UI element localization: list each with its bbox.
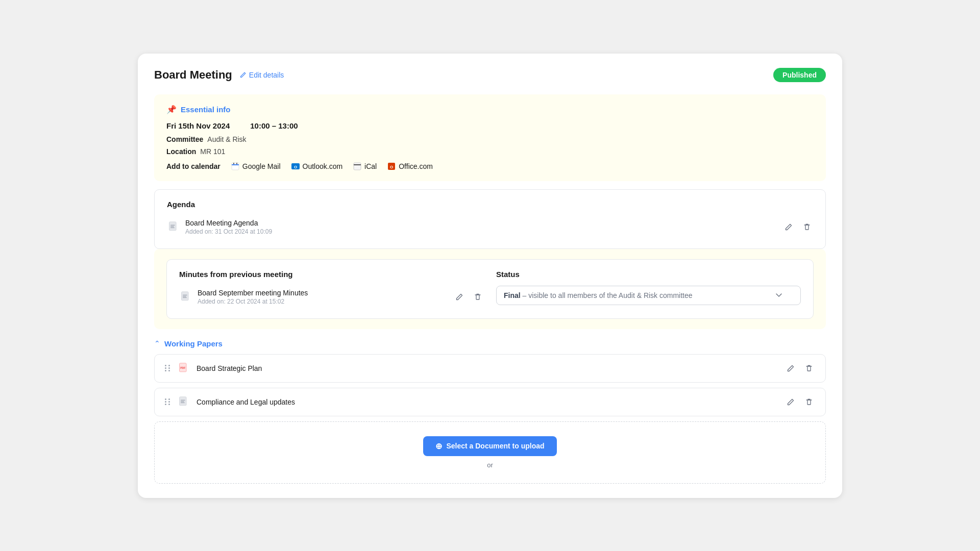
essential-info-section: 📌 Essential info Fri 15th Nov 2024 10:00… (154, 94, 826, 181)
published-badge: Published (773, 68, 826, 82)
agenda-doc-name: Board Meeting Agenda (185, 219, 272, 227)
minutes-title: Minutes from previous meeting (179, 270, 484, 279)
minutes-inner: Minutes from previous meeting (166, 259, 814, 319)
upload-button-label: Select a Document to upload (446, 442, 544, 450)
edit-details-label: Edit details (249, 71, 284, 79)
essential-info-title: Essential info (181, 105, 231, 114)
edit-icon (239, 71, 247, 79)
svg-rect-16 (183, 296, 186, 296)
chevron-down-icon (776, 293, 782, 297)
plus-circle-icon: ⊕ (435, 441, 442, 451)
agenda-delete-button[interactable] (801, 221, 813, 233)
minutes-doc-name: Board September meeting Minutes (198, 289, 308, 297)
agenda-doc-icon (167, 220, 180, 234)
committee-label: Committee (166, 135, 203, 143)
ical-link[interactable]: iCal (353, 162, 377, 171)
location-value: MR 101 (200, 147, 225, 156)
edit-details-link[interactable]: Edit details (239, 71, 284, 79)
committee-value: Audit & Risk (207, 135, 246, 143)
svg-rect-13 (170, 227, 175, 228)
page-title: Board Meeting (154, 68, 232, 82)
working-paper-name-2: Compliance and Legal updates (197, 398, 295, 406)
svg-rect-10 (169, 221, 177, 230)
agenda-document-row: Board Meeting Agenda Added on: 31 Oct 20… (167, 216, 813, 238)
status-dropdown-wrapper[interactable]: Final – visible to all members of the Au… (496, 286, 801, 305)
svg-text:PDF: PDF (180, 366, 185, 369)
or-text: or (169, 461, 811, 469)
svg-rect-21 (181, 399, 185, 400)
office-icon: O (387, 162, 396, 171)
svg-rect-12 (170, 226, 174, 227)
trash-icon (803, 223, 811, 231)
google-mail-label: Google Mail (242, 162, 281, 170)
svg-rect-14 (182, 291, 189, 300)
svg-text:O: O (293, 165, 297, 169)
pencil-icon (787, 364, 795, 372)
agenda-title: Agenda (167, 200, 813, 209)
meeting-time: 10:00 – 13:00 (250, 121, 298, 130)
status-select-display[interactable]: Final – visible to all members of the Au… (496, 286, 801, 305)
wp2-edit-button[interactable] (785, 396, 797, 408)
trash-icon (474, 293, 482, 301)
minutes-section: Minutes from previous meeting (154, 249, 826, 329)
svg-rect-23 (181, 402, 185, 403)
minutes-edit-button[interactable] (453, 291, 465, 303)
svg-rect-6 (354, 163, 361, 170)
working-papers-chevron[interactable]: ⌃ (154, 339, 160, 347)
pencil-icon (785, 223, 793, 231)
office-link[interactable]: O Office.com (387, 162, 433, 171)
svg-rect-17 (183, 297, 187, 297)
minutes-doc-icon (179, 290, 192, 304)
location-label: Location (166, 147, 196, 156)
agenda-doc-added: Added on: 31 Oct 2024 at 10:09 (185, 228, 272, 235)
working-paper-item-1: PDF Board Strategic Plan (154, 354, 826, 383)
status-final: Final (504, 291, 521, 299)
office-label: Office.com (399, 162, 433, 170)
doc-icon-2 (177, 395, 190, 409)
agenda-section: Agenda Board Meeting Agenda Added on: 31… (154, 189, 826, 249)
pin-icon: 📌 (166, 105, 177, 114)
svg-rect-2 (233, 163, 234, 164)
svg-rect-0 (232, 163, 239, 170)
trash-icon (805, 364, 813, 372)
wp2-delete-button[interactable] (803, 396, 815, 408)
add-to-calendar-label: Add to calendar (166, 162, 220, 170)
pencil-icon (787, 398, 795, 406)
minutes-document-row: Board September meeting Minutes Added on… (179, 286, 484, 308)
svg-rect-7 (354, 164, 361, 165)
minutes-doc-added: Added on: 22 Oct 2024 at 15:02 (198, 298, 308, 305)
outlook-icon: O (291, 162, 300, 171)
trash-icon (805, 398, 813, 406)
outlook-link[interactable]: O Outlook.com (291, 162, 343, 171)
wp1-edit-button[interactable] (785, 362, 797, 374)
drag-handle-1[interactable] (165, 365, 171, 371)
svg-rect-11 (170, 224, 175, 225)
svg-rect-3 (236, 163, 237, 164)
ical-icon (353, 162, 362, 171)
ical-label: iCal (364, 162, 377, 170)
working-paper-name-1: Board Strategic Plan (197, 364, 262, 372)
upload-section: ⊕ Select a Document to upload or (154, 421, 826, 484)
agenda-edit-button[interactable] (782, 221, 795, 233)
svg-rect-15 (183, 294, 187, 295)
upload-document-button[interactable]: ⊕ Select a Document to upload (423, 436, 556, 456)
working-papers-section: ⌃ Working Papers PDF Board Strategic Pla… (154, 339, 826, 484)
google-mail-link[interactable]: Google Mail (231, 162, 281, 171)
status-label: Status (496, 270, 801, 279)
wp1-delete-button[interactable] (803, 362, 815, 374)
svg-rect-1 (232, 164, 239, 165)
pdf-doc-icon-1: PDF (177, 362, 190, 375)
status-desc: – visible to all members of the Audit & … (521, 291, 693, 299)
meeting-date: Fri 15th Nov 2024 (166, 121, 230, 130)
drag-handle-2[interactable] (165, 398, 171, 405)
svg-text:O: O (390, 165, 393, 169)
working-papers-title: Working Papers (164, 339, 223, 348)
svg-rect-20 (180, 396, 187, 405)
pencil-icon (455, 293, 463, 301)
google-cal-icon (231, 162, 240, 171)
working-paper-item-2: Compliance and Legal updates (154, 388, 826, 416)
svg-rect-22 (181, 401, 184, 402)
outlook-label: Outlook.com (303, 162, 343, 170)
minutes-delete-button[interactable] (472, 291, 484, 303)
